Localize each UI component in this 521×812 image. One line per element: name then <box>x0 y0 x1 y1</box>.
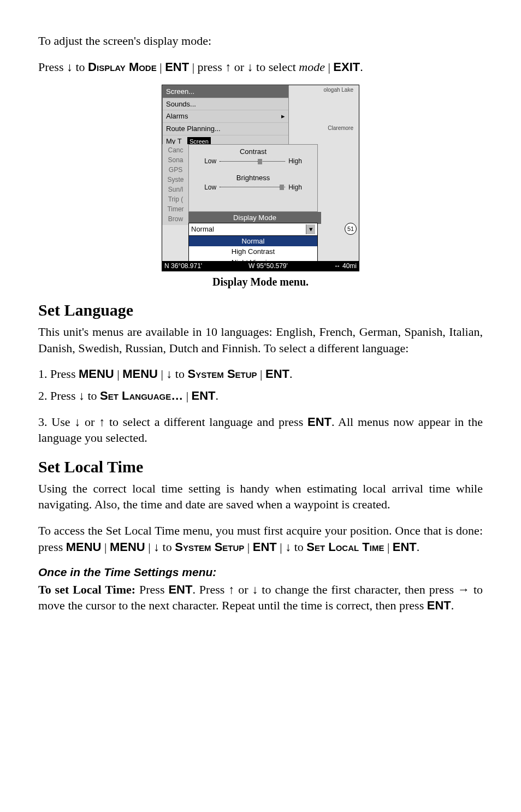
heading-set-local-time: Set Local Time <box>38 456 483 478</box>
slider-thumb[interactable] <box>280 185 284 190</box>
right-arrow-icon: → <box>458 583 470 596</box>
brightness-slider[interactable] <box>220 187 285 187</box>
text: . Press <box>192 583 228 596</box>
menu-item[interactable]: Sounds... <box>163 98 288 111</box>
text: to <box>159 540 175 554</box>
sep: | <box>157 60 165 74</box>
list-item: GPS <box>163 165 188 175</box>
down-arrow-icon: ↓ <box>252 583 258 596</box>
key-ent: ENT <box>168 583 192 596</box>
key-ent: ENT <box>253 540 277 554</box>
figure-display-mode: ologah Lake Screen... Sounds... Alarms▸ … <box>38 85 483 289</box>
text: or <box>80 415 99 429</box>
sep: | <box>244 540 252 554</box>
contrast-slider[interactable] <box>220 161 285 162</box>
lead-bold: To set Local Time: <box>38 583 135 596</box>
up-arrow-icon: ↑ <box>99 415 105 429</box>
high-label: High <box>288 157 302 165</box>
text: to select a different language and press <box>105 415 307 429</box>
key-ent: ENT <box>393 540 417 554</box>
sep: | <box>145 540 153 554</box>
dot: . <box>417 540 420 554</box>
list-item: Sona <box>163 155 188 165</box>
key-menu: MENU <box>122 367 158 381</box>
menu-label: Alarms <box>166 111 188 121</box>
down-arrow-icon: ↓ <box>166 367 172 381</box>
slider-panel: Contrast Low High Brightness Low High <box>188 144 318 212</box>
down-arrow-icon: ↓ <box>79 389 85 402</box>
to-set-local-time: To set Local Time: Press ENT. Press ↑ or… <box>38 582 483 614</box>
dot: . <box>289 367 293 381</box>
step-2: 2. Press ↓ to Set Language… | ENT. <box>38 388 483 404</box>
up-arrow-icon: ↑ <box>228 583 234 596</box>
high-label: High <box>288 183 302 192</box>
side-menu: Canc Sona GPS Syste Sun/l Trip ( Timer B… <box>162 144 189 225</box>
contrast-label: Contrast <box>189 147 317 157</box>
dropdown-item[interactable]: High Contrast <box>189 246 317 257</box>
sep: | <box>114 367 122 381</box>
status-lat: N 36°08.971' <box>164 262 202 270</box>
sep: | <box>325 60 333 74</box>
text: press <box>198 60 226 74</box>
submenu-arrow-icon: ▸ <box>281 111 285 121</box>
text: or <box>234 583 252 596</box>
sep: | <box>384 540 392 554</box>
key-menu: MENU <box>79 367 114 381</box>
sep: | <box>189 60 197 74</box>
low-label: Low <box>204 157 216 165</box>
text: 1. Press <box>38 367 79 381</box>
slider-thumb[interactable] <box>258 159 262 164</box>
text: or <box>231 60 247 74</box>
set-local-body: Using the correct local time setting is … <box>38 481 483 513</box>
set-language-body: This unit's menus are available in 10 la… <box>38 324 483 356</box>
text: to select <box>253 60 299 74</box>
sep: | <box>257 367 265 381</box>
road-badge: 51 <box>345 223 357 235</box>
text: 2. Press <box>38 389 79 402</box>
down-arrow-icon: ↓ <box>285 540 291 554</box>
down-arrow-icon: ↓ <box>67 60 73 74</box>
list-item: Brow <box>163 214 188 224</box>
list-item: Canc <box>163 145 188 155</box>
low-label: Low <box>204 183 216 192</box>
dot: . <box>451 598 454 612</box>
menu-item[interactable]: Alarms▸ <box>163 110 288 123</box>
text: to change the first character, then pres… <box>258 583 458 596</box>
subheading-once-in-time: Once in the Time Settings menu: <box>38 565 483 580</box>
key-system-setup: System Setup <box>187 367 257 381</box>
chevron-down-icon[interactable]: ▾ <box>306 224 315 234</box>
text: Press <box>38 60 67 74</box>
menu-item[interactable]: Route Planning... <box>163 123 288 135</box>
up-arrow-icon: ↑ <box>225 60 231 74</box>
list-item: Sun/l <box>163 185 188 194</box>
key-ent: ENT <box>307 415 331 429</box>
key-ent: ENT <box>265 367 289 381</box>
dropdown-item[interactable]: Normal <box>189 236 317 247</box>
key-set-local-time: Set Local Time <box>306 540 384 554</box>
sep: | <box>102 540 110 554</box>
text: to <box>85 389 100 402</box>
step-1: 1. Press MENU | MENU | ↓ to System Setup… <box>38 366 483 382</box>
dot: . <box>360 60 363 74</box>
menu-item[interactable]: Screen... <box>163 86 288 98</box>
text: to <box>291 540 306 554</box>
step-3: 3. Use ↓ or ↑ to select a different lang… <box>38 414 483 446</box>
key-display-mode: Display Mode <box>88 60 157 74</box>
key-menu: MENU <box>110 540 145 554</box>
key-ent: ENT <box>192 389 216 402</box>
key-ent: ENT <box>427 598 451 612</box>
text: 3. Use <box>38 415 74 429</box>
list-item: Timer <box>163 204 188 214</box>
figure-caption: Display Mode menu. <box>38 275 483 289</box>
brightness-label: Brightness <box>189 173 317 183</box>
sep: | <box>158 367 166 381</box>
intro-line: To adjust the screen's display mode: <box>38 33 483 49</box>
display-mode-header: Display Mode <box>188 212 321 224</box>
list-item: Trip ( <box>163 194 188 204</box>
key-set-language: Set Language… <box>100 389 183 402</box>
down-arrow-icon: ↓ <box>153 540 159 554</box>
list-item: Syste <box>163 175 188 185</box>
heading-set-language: Set Language <box>38 299 483 322</box>
mode-word: mode <box>299 60 325 74</box>
press-sequence: Press ↓ to Display Mode | ENT | press ↑ … <box>38 59 483 75</box>
